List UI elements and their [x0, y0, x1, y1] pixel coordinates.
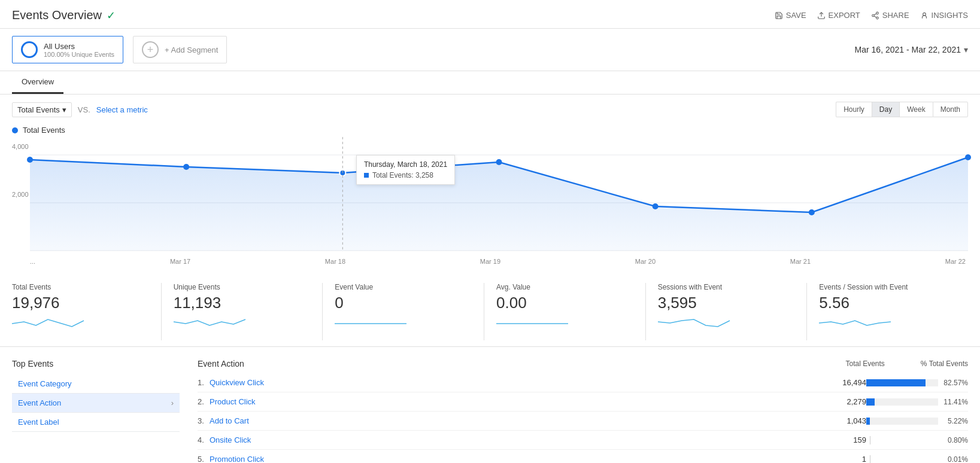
metrics-row: Total Events 19,976 Unique Events 11,193…: [0, 271, 980, 347]
sparkline-4: [658, 315, 730, 333]
event-bar-fill-2: [866, 398, 875, 406]
segment-name: All Users: [44, 42, 114, 51]
segment-all-users[interactable]: All Users 100.00% Unique Events: [12, 36, 123, 63]
event-nav-label[interactable]: Event Label: [12, 413, 180, 432]
metric-unique-events: Unique Events 11,193: [174, 283, 323, 340]
time-buttons: Hourly Day Week Month: [836, 102, 968, 117]
event-count-3: 1,043: [824, 416, 866, 425]
svg-line-5: [874, 13, 876, 14]
event-divider-5: [870, 455, 870, 464]
sparkline-2: [335, 315, 406, 333]
metric-label-4: Sessions with Event: [658, 283, 795, 291]
metric-select-caret: ▾: [62, 105, 66, 114]
event-name-4[interactable]: Onsite Click: [210, 435, 824, 444]
select-metric-link[interactable]: Select a metric: [96, 105, 148, 114]
share-label: SHARE: [882, 11, 909, 20]
bottom-section: Top Events Event Category Event Action ›…: [0, 347, 980, 463]
date-range-text: Mar 16, 2021 - Mar 22, 2021: [855, 45, 961, 54]
event-table-cols: Total Events % Total Events: [845, 360, 968, 368]
event-pct-1: 82.57%: [938, 379, 968, 387]
metric-value-0: 19,976: [12, 294, 149, 312]
tab-overview[interactable]: Overview: [12, 71, 63, 94]
top-events-title: Top Events: [12, 359, 180, 368]
event-num-4: 4.: [198, 435, 210, 444]
metric-event-value: Event Value 0: [335, 283, 484, 340]
event-table-title: Event Action: [198, 359, 244, 368]
event-pct-2: 11.41%: [938, 398, 968, 406]
export-button[interactable]: EXPORT: [817, 11, 860, 20]
x-label-2: Mar 18: [325, 258, 345, 265]
chevron-right-icon: ›: [171, 398, 174, 407]
event-nav-label-label: Event Label: [18, 418, 59, 427]
segment-circle: [21, 41, 38, 58]
export-label: EXPORT: [829, 11, 860, 20]
event-name-3[interactable]: Add to Cart: [210, 416, 824, 425]
event-table: Event Action Total Events % Total Events…: [198, 359, 968, 463]
event-name-1[interactable]: Quickview Click: [210, 378, 824, 387]
metric-label-2: Event Value: [335, 283, 472, 291]
metric-total-events: Total Events 19,976: [12, 283, 162, 340]
event-num-2: 2.: [198, 397, 210, 406]
vs-label: VS.: [78, 105, 90, 114]
metric-select[interactable]: Total Events ▾: [12, 102, 72, 117]
segment-sub: 100.00% Unique Events: [44, 51, 114, 58]
sparkline-5: [819, 315, 891, 333]
save-button[interactable]: SAVE: [775, 11, 806, 20]
date-range[interactable]: Mar 16, 2021 - Mar 22, 2021 ▾: [855, 45, 968, 54]
top-events-panel: Top Events Event Category Event Action ›…: [12, 359, 180, 463]
event-num-1: 1.: [198, 378, 210, 387]
event-bar-cell-4: [866, 436, 938, 444]
segments-row: All Users 100.00% Unique Events + + Add …: [0, 29, 980, 71]
y-label-2000: 2,000: [12, 191, 29, 198]
svg-point-3: [876, 17, 879, 19]
event-pct-5: 0.01%: [938, 455, 968, 464]
tab-bar: Overview: [0, 71, 980, 95]
top-actions: SAVE EXPORT SHARE INSIGHTS: [775, 11, 968, 20]
table-row: 4. Onsite Click 159 0.80%: [198, 431, 968, 450]
event-bar-cell-2: [866, 398, 938, 406]
x-label-0: ...: [30, 258, 35, 265]
x-label-6: Mar 22: [945, 258, 966, 265]
event-pct-4: 0.80%: [938, 436, 968, 444]
event-bar-track-1: [866, 379, 938, 386]
event-name-5[interactable]: Promotion Click: [210, 455, 824, 463]
metric-select-label: Total Events: [17, 105, 60, 114]
event-name-2[interactable]: Product Click: [210, 397, 824, 406]
event-nav-action-label: Event Action: [18, 398, 61, 407]
event-bar-track-2: [866, 398, 938, 406]
chart-area-fill: [30, 157, 968, 251]
y-label-4000: 4,000: [12, 143, 29, 150]
share-button[interactable]: SHARE: [871, 11, 909, 20]
table-row: 1. Quickview Click 16,494 82.57%: [198, 373, 968, 392]
sparkline-1: [174, 315, 245, 333]
event-nav-action[interactable]: Event Action ›: [12, 394, 180, 413]
event-num-5: 5.: [198, 455, 210, 463]
col-pct-events: % Total Events: [921, 360, 968, 368]
segment-add[interactable]: + + Add Segment: [133, 36, 227, 63]
event-count-1: 16,494: [824, 378, 866, 387]
chart-svg: [30, 137, 968, 257]
event-nav-category-label: Event Category: [18, 379, 72, 388]
time-btn-month[interactable]: Month: [933, 102, 968, 117]
x-label-5: Mar 21: [790, 258, 811, 265]
metric-value-2: 0: [335, 294, 472, 312]
col-total-events: Total Events: [845, 360, 884, 368]
x-label-3: Mar 19: [480, 258, 500, 265]
event-nav-category[interactable]: Event Category: [12, 374, 180, 394]
add-segment-label: + Add Segment: [165, 45, 218, 54]
event-table-header: Event Action Total Events % Total Events: [198, 359, 968, 368]
time-btn-day[interactable]: Day: [872, 102, 899, 117]
time-btn-week[interactable]: Week: [899, 102, 932, 117]
chart-area: Total Events 4,000 2,000: [0, 121, 980, 271]
event-bar-cell-1: [866, 379, 938, 386]
table-row: 2. Product Click 2,279 11.41%: [198, 392, 968, 412]
chart-point-6: [965, 154, 971, 160]
insights-button[interactable]: INSIGHTS: [920, 11, 968, 20]
bar-divider-wrapper-5: [866, 455, 874, 464]
title-text: Events Overview: [12, 8, 102, 22]
x-label-4: Mar 20: [635, 258, 656, 265]
time-btn-hourly[interactable]: Hourly: [836, 102, 872, 117]
metric-sessions-with-event: Sessions with Event 3,595: [658, 283, 808, 340]
metric-avg-value: Avg. Value 0.00: [496, 283, 646, 340]
metric-label-3: Avg. Value: [496, 283, 633, 291]
